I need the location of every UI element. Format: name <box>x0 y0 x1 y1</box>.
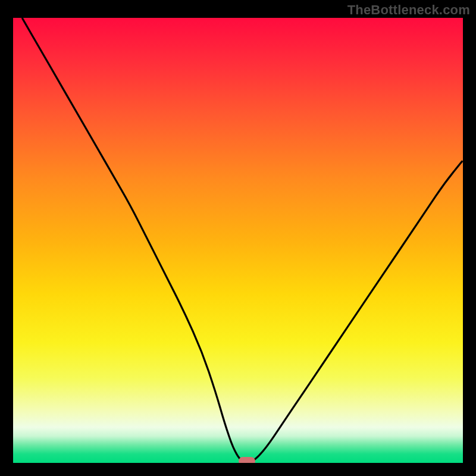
curve-path <box>22 18 463 463</box>
chart-frame: TheBottleneck.com <box>0 0 476 476</box>
watermark-text: TheBottleneck.com <box>347 2 470 18</box>
bottleneck-curve <box>13 18 463 463</box>
optimal-marker <box>239 457 255 463</box>
plot-area <box>13 18 463 463</box>
